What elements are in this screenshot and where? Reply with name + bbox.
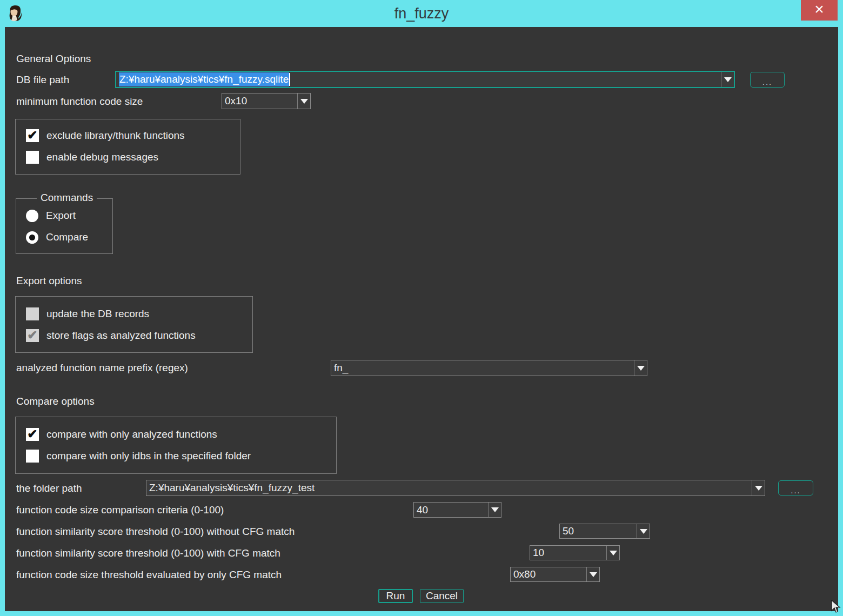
chevron-down-icon bbox=[640, 529, 647, 534]
size-threshold-label: function code size threshold evaluated b… bbox=[16, 569, 282, 581]
prefix-combobox[interactable]: fn_ bbox=[331, 360, 647, 376]
threshold-without-cfg-dropdown[interactable]: 50 bbox=[559, 524, 650, 539]
compare-radio[interactable] bbox=[26, 231, 38, 244]
close-icon: × bbox=[814, 1, 824, 17]
export-radio[interactable] bbox=[26, 210, 38, 222]
threshold-with-cfg-label: function similarity score threshold (0-1… bbox=[16, 547, 280, 559]
store-flags-label: store flags as analyzed functions bbox=[46, 330, 196, 342]
exclude-library-label: exclude library/thunk functions bbox=[46, 130, 185, 142]
chevron-down-icon bbox=[300, 99, 308, 104]
checkbox-row-compare-analyzed[interactable]: compare with only analyzed functions bbox=[26, 428, 217, 441]
chevron-down-icon bbox=[491, 507, 499, 512]
criteria-label: function code size comparison criteria (… bbox=[16, 504, 224, 516]
min-code-size-value: 0x10 bbox=[222, 93, 297, 109]
db-path-browse-button[interactable]: ... bbox=[750, 72, 785, 88]
debug-messages-label: enable debug messages bbox=[46, 151, 158, 163]
folder-path-label: the folder path bbox=[16, 483, 82, 494]
size-threshold-value: 0x80 bbox=[511, 567, 586, 581]
checkbox-row-store-flags[interactable]: store flags as analyzed functions bbox=[26, 329, 196, 342]
selected-text: Z:¥haru¥analysis¥tics¥fn_fuzzy.sqlite bbox=[119, 72, 289, 86]
dialog-window: fn_fuzzy × General Options DB file path … bbox=[0, 0, 843, 616]
folder-path-value[interactable]: Z:¥haru¥analysis¥tics¥fn_fuzzy_test bbox=[146, 480, 752, 496]
chevron-down-icon bbox=[637, 366, 645, 371]
run-button[interactable]: Run bbox=[378, 589, 413, 603]
section-compare-options: Compare options bbox=[16, 396, 95, 407]
store-flags-checkbox[interactable] bbox=[26, 329, 39, 342]
compare-analyzed-label: compare with only analyzed functions bbox=[46, 428, 217, 440]
db-file-path-value[interactable]: Z:¥haru¥analysis¥tics¥fn_fuzzy.sqlite bbox=[116, 72, 721, 87]
chevron-down-icon bbox=[755, 486, 762, 491]
update-db-label: update the DB records bbox=[46, 308, 149, 320]
window-title: fn_fuzzy bbox=[0, 5, 843, 22]
commands-legend: Commands bbox=[37, 192, 97, 204]
debug-messages-checkbox[interactable] bbox=[26, 151, 39, 164]
prefix-label: analyzed function name prefix (regex) bbox=[16, 362, 188, 374]
compare-idbs-checkbox[interactable] bbox=[26, 450, 39, 463]
size-threshold-arrow[interactable] bbox=[586, 567, 599, 581]
compare-analyzed-checkbox[interactable] bbox=[26, 428, 39, 441]
size-threshold-dropdown[interactable]: 0x80 bbox=[510, 567, 600, 582]
compare-checkbox-group bbox=[15, 417, 337, 474]
chevron-down-icon bbox=[590, 572, 597, 577]
update-db-checkbox[interactable] bbox=[26, 307, 39, 320]
folder-path-dropdown-arrow[interactable] bbox=[752, 480, 765, 496]
chevron-down-icon bbox=[610, 551, 617, 555]
compare-idbs-label: compare with only idbs in the specified … bbox=[46, 450, 251, 462]
criteria-dropdown-arrow[interactable] bbox=[488, 503, 501, 517]
section-general-options: General Options bbox=[16, 53, 91, 65]
min-code-size-label: minimum function code size bbox=[16, 96, 143, 108]
commands-group: Commands bbox=[16, 198, 113, 254]
radio-row-compare[interactable]: Compare bbox=[26, 231, 88, 244]
checkbox-row-compare-idbs[interactable]: compare with only idbs in the specified … bbox=[26, 450, 251, 463]
threshold-without-cfg-arrow[interactable] bbox=[637, 524, 650, 538]
db-file-path-combobox[interactable]: Z:¥haru¥analysis¥tics¥fn_fuzzy.sqlite bbox=[115, 71, 735, 88]
folder-path-combobox[interactable]: Z:¥haru¥analysis¥tics¥fn_fuzzy_test bbox=[146, 480, 765, 496]
mouse-cursor-icon bbox=[831, 600, 842, 614]
exclude-library-checkbox[interactable] bbox=[26, 129, 39, 142]
folder-path-browse-button[interactable]: ... bbox=[778, 480, 813, 496]
min-size-dropdown-arrow[interactable] bbox=[297, 93, 310, 109]
db-path-dropdown-arrow[interactable] bbox=[721, 72, 734, 87]
cancel-button[interactable]: Cancel bbox=[420, 589, 464, 603]
prefix-value[interactable]: fn_ bbox=[331, 360, 634, 376]
min-code-size-dropdown[interactable]: 0x10 bbox=[222, 93, 311, 109]
radio-row-export[interactable]: Export bbox=[26, 209, 76, 222]
db-file-path-label: DB file path bbox=[16, 74, 69, 86]
compare-radio-label: Compare bbox=[46, 231, 88, 243]
threshold-with-cfg-value: 10 bbox=[530, 546, 606, 560]
export-checkbox-group bbox=[15, 296, 253, 353]
close-button[interactable]: × bbox=[801, 0, 838, 21]
general-checkbox-group bbox=[15, 119, 240, 175]
text-caret bbox=[289, 73, 290, 86]
export-radio-label: Export bbox=[46, 210, 76, 222]
prefix-dropdown-arrow[interactable] bbox=[634, 360, 647, 376]
titlebar: fn_fuzzy × bbox=[0, 0, 843, 27]
section-export-options: Export options bbox=[16, 275, 82, 287]
threshold-with-cfg-dropdown[interactable]: 10 bbox=[530, 545, 620, 560]
chevron-down-icon bbox=[724, 77, 732, 82]
criteria-value: 40 bbox=[414, 503, 488, 517]
checkbox-row-update-db[interactable]: update the DB records bbox=[26, 307, 149, 320]
checkbox-row-exclude-library[interactable]: exclude library/thunk functions bbox=[26, 129, 185, 142]
threshold-with-cfg-arrow[interactable] bbox=[606, 546, 619, 560]
checkbox-row-debug-messages[interactable]: enable debug messages bbox=[26, 151, 158, 164]
threshold-without-cfg-label: function similarity score threshold (0-1… bbox=[16, 526, 295, 538]
criteria-dropdown[interactable]: 40 bbox=[413, 502, 501, 518]
threshold-without-cfg-value: 50 bbox=[560, 524, 637, 538]
